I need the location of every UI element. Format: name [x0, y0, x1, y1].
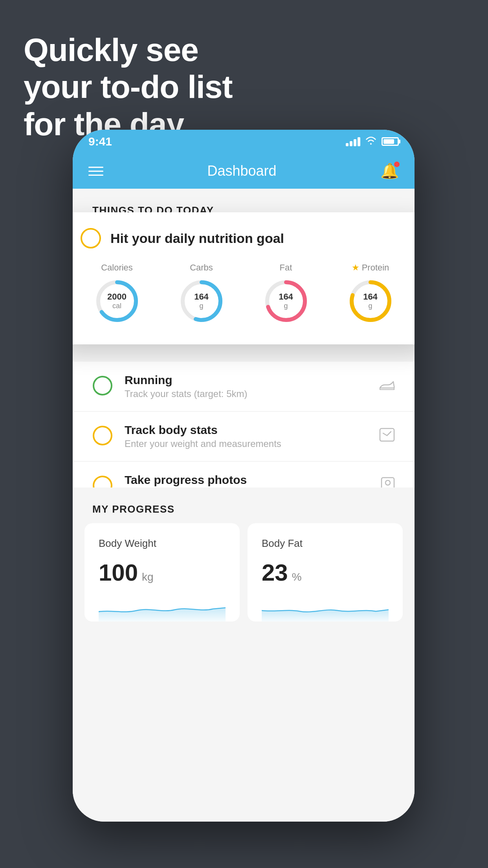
shoe-icon — [379, 378, 395, 395]
body-weight-chart — [99, 594, 226, 622]
status-bar: 9:41 — [73, 130, 415, 153]
scale-icon — [379, 428, 395, 445]
running-content: Running Track your stats (target: 5km) — [125, 373, 379, 399]
status-icons — [346, 136, 399, 147]
progress-header: MY PROGRESS — [73, 487, 415, 523]
app-header: Dashboard 🔔 — [73, 153, 415, 189]
protein-value: 164 g — [363, 292, 378, 311]
running-checkbox[interactable] — [92, 375, 113, 397]
body-weight-unit: kg — [142, 571, 154, 583]
wifi-icon — [365, 136, 377, 147]
card-title-row: Hit your daily nutrition goal — [81, 228, 407, 248]
header-title: Dashboard — [207, 163, 276, 179]
svg-point-13 — [385, 480, 390, 485]
svg-rect-10 — [380, 428, 394, 441]
list-item[interactable]: Track body stats Enter your weight and m… — [73, 412, 415, 462]
body-weight-title: Body Weight — [99, 537, 226, 550]
fat-donut: 164 g — [262, 278, 310, 325]
body-stats-checkbox[interactable] — [92, 425, 113, 447]
calories-label: Calories — [101, 263, 133, 273]
protein-item: ★ Protein 164 g — [347, 263, 394, 325]
carbs-donut: 164 g — [178, 278, 225, 325]
running-subtitle: Track your stats (target: 5km) — [125, 388, 379, 399]
protein-donut: 164 g — [347, 278, 394, 325]
carbs-label: Carbs — [190, 263, 213, 273]
carbs-value: 164 g — [194, 292, 209, 311]
star-icon: ★ — [352, 263, 360, 273]
battery-icon — [382, 137, 399, 146]
fat-label: Fat — [280, 263, 292, 273]
nutrition-card: Hit your daily nutrition goal Calories — [73, 212, 415, 344]
body-stats-subtitle: Enter your weight and measurements — [125, 438, 379, 449]
calories-item: Calories 2000 cal — [94, 263, 141, 325]
body-weight-value: 100 kg — [99, 559, 226, 586]
background-headline: Quickly see your to-do list for the day. — [24, 31, 233, 143]
card-title: Hit your daily nutrition goal — [110, 231, 284, 246]
body-fat-value: 23 % — [262, 559, 389, 586]
progress-section: MY PROGRESS Body Weight 100 kg — [73, 487, 415, 622]
phone-content: THINGS TO DO TODAY Hit your daily nutrit… — [73, 189, 415, 822]
nutrition-circles: Calories 2000 cal — [81, 263, 407, 325]
list-item[interactable]: Running Track your stats (target: 5km) — [73, 362, 415, 412]
body-fat-chart — [262, 594, 389, 622]
body-stats-title: Track body stats — [125, 423, 379, 437]
body-fat-title: Body Fat — [262, 537, 389, 550]
notification-bell[interactable]: 🔔 — [380, 162, 399, 180]
body-stats-content: Track body stats Enter your weight and m… — [125, 423, 379, 449]
notification-dot — [394, 162, 400, 167]
calories-value: 2000 cal — [107, 292, 127, 311]
nutrition-checkbox[interactable] — [81, 228, 101, 248]
menu-button[interactable] — [88, 167, 103, 176]
body-fat-unit: % — [292, 571, 302, 583]
svg-point-9 — [94, 427, 112, 445]
protein-label: ★ Protein — [352, 263, 389, 273]
photos-title: Take progress photos — [125, 473, 381, 487]
carbs-item: Carbs 164 g — [178, 263, 225, 325]
calories-donut: 2000 cal — [94, 278, 141, 325]
progress-cards: Body Weight 100 kg — [73, 523, 415, 622]
fat-item: Fat 164 g — [262, 263, 310, 325]
svg-point-8 — [94, 377, 112, 395]
status-time: 9:41 — [88, 135, 112, 148]
fat-value: 164 g — [279, 292, 293, 311]
running-title: Running — [125, 373, 379, 387]
phone-frame: 9:41 Dashboard — [73, 130, 415, 822]
body-fat-card[interactable]: Body Fat 23 % — [248, 523, 403, 622]
signal-icon — [346, 137, 360, 146]
body-weight-card[interactable]: Body Weight 100 kg — [84, 523, 240, 622]
